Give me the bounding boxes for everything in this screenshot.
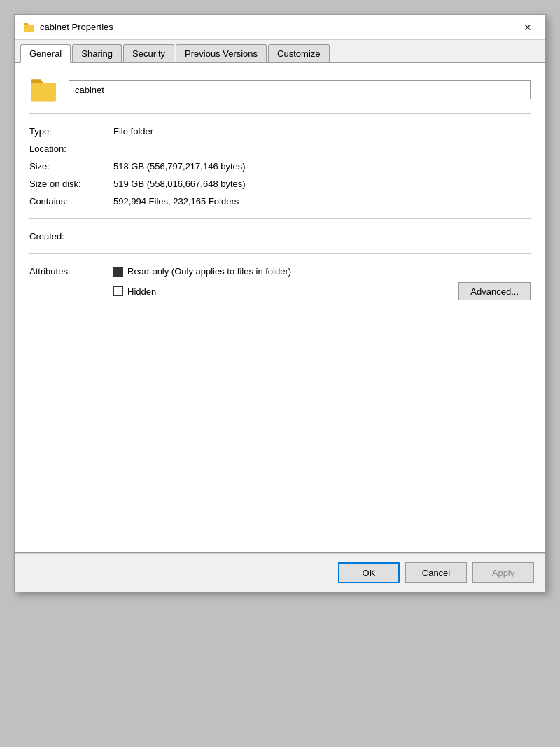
advanced-button[interactable]: Advanced... — [458, 282, 531, 300]
folder-name-row — [29, 77, 531, 102]
attributes-row: Attributes: Read-only (Only applies to f… — [29, 263, 531, 304]
dialog-window: cabinet Properties ✕ General Sharing Sec… — [14, 14, 546, 592]
folder-icon — [29, 77, 57, 102]
readonly-row: Read-only (Only applies to files in fold… — [113, 266, 531, 277]
apply-button[interactable]: Apply — [472, 562, 534, 583]
size-value: 518 GB (556,797,217,146 bytes) — [113, 161, 531, 172]
size-row: Size: 518 GB (556,797,217,146 bytes) — [29, 158, 531, 175]
ok-button[interactable]: OK — [338, 562, 400, 583]
attributes-label: Attributes: — [29, 266, 113, 300]
contains-value: 592,994 Files, 232,165 Folders — [113, 196, 531, 207]
close-button[interactable]: ✕ — [519, 18, 537, 36]
tab-sharing[interactable]: Sharing — [72, 44, 122, 62]
size-on-disk-row: Size on disk: 519 GB (558,016,667,648 by… — [29, 175, 531, 193]
title-bar-left: cabinet Properties — [23, 22, 113, 33]
readonly-label: Read-only (Only applies to files in fold… — [127, 266, 291, 277]
size-on-disk-label: Size on disk: — [29, 179, 113, 189]
hidden-checkbox[interactable] — [113, 286, 123, 296]
title-text: cabinet Properties — [40, 22, 113, 32]
type-value: File folder — [113, 126, 531, 137]
divider-1 — [29, 113, 531, 114]
tab-content-general: Type: File folder Location: Size: 518 GB… — [15, 63, 545, 553]
readonly-checkbox[interactable] — [113, 267, 123, 277]
footer: OK Cancel Apply — [15, 553, 545, 592]
created-label: Created: — [29, 231, 113, 242]
tab-general[interactable]: General — [20, 44, 71, 63]
divider-2 — [29, 218, 531, 219]
contains-row: Contains: 592,994 Files, 232,165 Folders — [29, 193, 531, 210]
location-value — [113, 144, 531, 154]
title-bar: cabinet Properties ✕ — [15, 15, 545, 40]
title-folder-icon — [23, 22, 34, 33]
contains-label: Contains: — [29, 196, 113, 207]
hidden-row: Hidden Advanced... — [113, 282, 531, 300]
divider-3 — [29, 253, 531, 254]
created-value — [113, 231, 531, 242]
folder-name-input[interactable] — [69, 80, 531, 99]
tabs-bar: General Sharing Security Previous Versio… — [15, 40, 545, 63]
attributes-controls: Read-only (Only applies to files in fold… — [113, 266, 531, 300]
properties-table: Type: File folder Location: Size: 518 GB… — [29, 123, 531, 210]
type-label: Type: — [29, 126, 113, 137]
hidden-label: Hidden — [127, 286, 156, 297]
location-row: Location: — [29, 140, 531, 158]
size-on-disk-value: 519 GB (558,016,667,648 bytes) — [113, 179, 531, 189]
size-label: Size: — [29, 161, 113, 172]
location-label: Location: — [29, 144, 113, 154]
cancel-button[interactable]: Cancel — [405, 562, 467, 583]
hidden-checkbox-container: Hidden — [113, 286, 156, 297]
tab-security[interactable]: Security — [123, 44, 174, 62]
type-row: Type: File folder — [29, 123, 531, 140]
tab-customize[interactable]: Customize — [268, 44, 329, 62]
created-row: Created: — [29, 228, 531, 245]
tab-previous-versions[interactable]: Previous Versions — [176, 44, 267, 62]
